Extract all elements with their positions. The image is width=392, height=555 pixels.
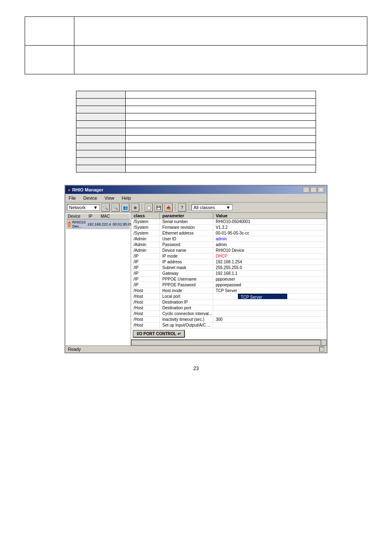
toolbar-save-btn[interactable]: 💾 (154, 203, 163, 212)
params-row-9[interactable]: /IP Gateway 192.168.1.1 (131, 271, 327, 276)
class-13: /Host (131, 294, 160, 299)
params-row-5[interactable]: /Admin Device name RHIO10 Device (131, 248, 327, 253)
params-row-7[interactable]: /IP IP address 192.168.1.254 (131, 259, 327, 265)
params-panel: class parameter Value /System Serial num… (131, 213, 327, 345)
value-14 (213, 299, 327, 305)
params-row-16[interactable]: /Host Cyclic connection interval... (131, 311, 327, 317)
status-bar: Ready (65, 345, 327, 352)
horizontal-scrollbar[interactable] (131, 340, 321, 345)
menu-file[interactable]: File (67, 195, 78, 201)
toolbar: Network ▼ 🔍 🔍 👥 ⊕ 📋 💾 📥 ? All classes ▼ (65, 203, 327, 213)
toolbar-search1-btn[interactable]: 🔍 (101, 203, 110, 212)
mid-table (76, 91, 316, 173)
params-row-12[interactable]: /Host Host mode TCP Server (131, 288, 327, 294)
toolbar-help-btn[interactable]: ? (178, 203, 186, 212)
toolbar-scan-btn[interactable]: ⊕ (131, 203, 139, 212)
value-13: TCP Server TCP Client TCP Server/Client (213, 294, 327, 299)
mid-row-8-label (76, 150, 126, 158)
device-item[interactable]: ⊙ RHIO10 Dev... 192.168.222.4 00:01:95:0… (66, 219, 130, 229)
dd-tcpserver[interactable]: TCP Server (238, 294, 287, 299)
param-2: Ethernet address (160, 230, 213, 236)
menu-help[interactable]: Help (120, 195, 133, 201)
value-17: 300 (213, 317, 327, 322)
mid-row-2 (76, 106, 316, 113)
param-13: Local port (160, 294, 213, 299)
params-row-10[interactable]: /IP PPPOE Username pppoeuser (131, 276, 327, 282)
network-dropdown[interactable]: Network ▼ (67, 204, 100, 211)
restore-button[interactable]: □ (310, 187, 317, 193)
toolbar-search2-btn[interactable]: 🔍 (111, 203, 120, 212)
params-row-2[interactable]: /System Ethernet address 00-01-95-05-3c-… (131, 230, 327, 236)
params-row-1[interactable]: /System Firmware revision V1.3.2 (131, 225, 327, 230)
top-table-value-2 (74, 46, 367, 74)
class-14: /Host (131, 299, 160, 305)
params-row-14[interactable]: /Host Destination IP (131, 299, 327, 305)
mid-row-8 (76, 150, 316, 158)
class-6: /IP (131, 253, 160, 259)
toolbar-users-btn[interactable]: 👥 (121, 203, 129, 212)
io-port-button[interactable]: I/O PORT CONTROL ↵ (133, 330, 185, 338)
param-11: PPPOE Password (160, 282, 213, 288)
param-17: Inactivity timeout (sec.) (160, 317, 213, 322)
params-col-class: class (131, 213, 160, 219)
class-12: /Host (131, 288, 160, 293)
value-2: 00-01-95-05-3c-cc (213, 230, 327, 236)
params-row-8[interactable]: /IP Subnet mask 255.255.255.0 (131, 265, 327, 271)
class-4: /Admin (131, 242, 160, 247)
params-row-4[interactable]: /Admin Password admin (131, 242, 327, 248)
toolbar-sep-1 (142, 204, 142, 211)
mid-row-8-value (126, 150, 316, 158)
mid-section (76, 91, 316, 173)
mid-row-6-label (76, 136, 126, 143)
device-col-ip: IP (89, 214, 92, 219)
mid-row-5-value (126, 128, 316, 136)
bottom-scrollbar-row (131, 339, 327, 345)
manager-window: ● RHIO Manager _ □ ✕ File Device View He… (65, 185, 327, 353)
top-table-label-2 (25, 46, 74, 74)
device-status-icon: ⊙ (68, 221, 71, 227)
mid-row-6-value (126, 136, 316, 143)
value-18 (213, 322, 327, 328)
params-row-13[interactable]: /Host Local port TCP Server TCP Client T… (131, 294, 327, 299)
value-16 (213, 311, 327, 316)
param-8: Subnet mask (160, 265, 213, 270)
device-panel: Device IP MAC ⊙ RHIO10 Dev... 192.168.22… (65, 213, 131, 345)
params-row-17[interactable]: /Host Inactivity timeout (sec.) 300 (131, 317, 327, 322)
mid-header-label (76, 91, 126, 99)
params-row-18[interactable]: /Host Set up Input/Output/A/C ... (131, 322, 327, 328)
mid-row-9-label (76, 158, 126, 165)
mid-row-4-label (76, 121, 126, 128)
mid-row-9-value (126, 158, 316, 165)
class-11: /IP (131, 282, 160, 288)
param-10: PPPOE Username (160, 276, 213, 282)
params-row-3[interactable]: /Admin User ID admin (131, 236, 327, 242)
toolbar-import-btn[interactable]: 📥 (164, 203, 173, 212)
params-row-15[interactable]: /Host Destination port (131, 305, 327, 311)
top-table-value-1 (74, 17, 367, 46)
close-button[interactable]: ✕ (318, 187, 324, 193)
mid-row-5-label (76, 128, 126, 136)
param-7: IP address (160, 259, 213, 265)
params-row-11[interactable]: /IP PPPOE Password pppoepasswd (131, 282, 327, 288)
status-right (319, 347, 324, 352)
param-16: Cyclic connection interval... (160, 311, 213, 316)
mid-row-7 (76, 143, 316, 150)
status-indicator (319, 347, 324, 352)
mid-row-1-value (126, 99, 316, 106)
mid-row-2-label (76, 106, 126, 113)
params-row-0[interactable]: /System Serial number RHIO10-05040001 (131, 219, 327, 225)
title-bar-buttons[interactable]: _ □ ✕ (303, 187, 324, 193)
menu-device[interactable]: Device (82, 195, 99, 201)
host-mode-dropdown[interactable]: TCP Server TCP Client TCP Server/Client (238, 294, 287, 299)
mid-row-1-label (76, 99, 126, 106)
param-4: Password (160, 242, 213, 247)
menu-view[interactable]: View (103, 195, 116, 201)
value-8: 255.255.255.0 (213, 265, 327, 270)
mid-row-4-value (126, 121, 316, 128)
params-row-6[interactable]: /IP IP mode DHCP (131, 253, 327, 259)
mid-row-5 (76, 128, 316, 136)
toolbar-copy-btn[interactable]: 📋 (145, 203, 153, 212)
device-col-device: Device (68, 214, 81, 219)
minimize-button[interactable]: _ (303, 187, 309, 193)
classes-dropdown[interactable]: All classes ▼ (191, 204, 233, 211)
